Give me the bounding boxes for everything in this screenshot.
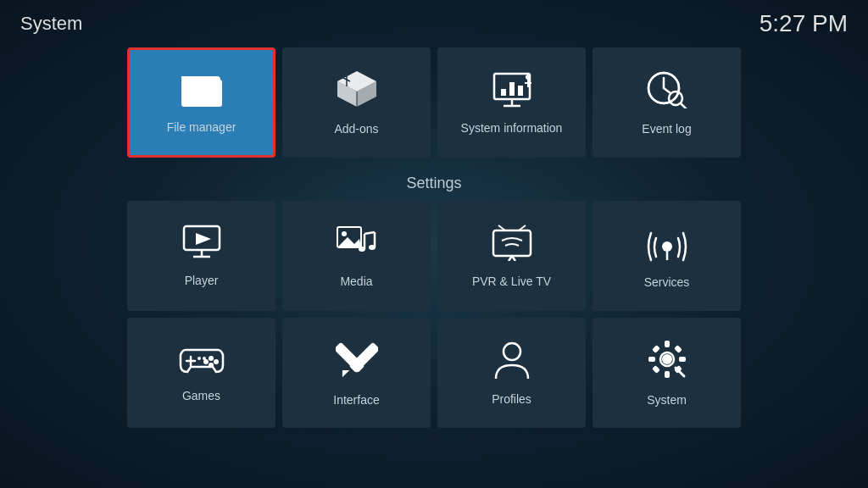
tile-player[interactable]: Player — [127, 201, 275, 311]
tile-label: Event log — [642, 122, 691, 136]
podcast-icon — [646, 223, 688, 267]
page-title: System — [20, 13, 82, 35]
svg-point-64 — [662, 354, 672, 364]
svg-point-54 — [504, 343, 520, 360]
tile-profiles[interactable]: Profiles — [437, 318, 586, 428]
svg-line-22 — [681, 103, 687, 108]
svg-rect-61 — [674, 345, 682, 353]
tile-label: Interface — [333, 393, 379, 407]
top-row: File manager Add-ons — [85, 47, 783, 158]
gamepad-icon — [179, 343, 225, 380]
settings-row-1: Player Media — [85, 201, 783, 311]
tile-label: Player — [185, 274, 219, 287]
tile-services[interactable]: Services — [593, 201, 741, 311]
svg-point-46 — [214, 359, 219, 364]
tile-label: System — [647, 393, 687, 407]
svg-rect-13 — [509, 82, 515, 96]
svg-point-34 — [359, 247, 365, 252]
svg-point-41 — [662, 241, 672, 252]
svg-marker-53 — [338, 367, 349, 378]
svg-point-45 — [209, 356, 214, 361]
clock-search-icon — [645, 69, 689, 114]
svg-rect-57 — [665, 371, 670, 378]
header: System 5:27 PM — [0, 0, 868, 47]
tile-system[interactable]: System — [593, 318, 741, 428]
settings-row-2: Games Interface — [85, 318, 783, 428]
svg-line-32 — [364, 232, 375, 234]
settings-header: Settings — [85, 175, 783, 192]
tile-media[interactable]: Media — [282, 201, 431, 311]
tv-icon — [490, 224, 534, 266]
content: File manager Add-ons — [0, 47, 868, 428]
svg-rect-62 — [652, 365, 660, 374]
tile-label: Games — [182, 389, 220, 402]
box-icon — [336, 69, 378, 114]
tile-interface[interactable]: Interface — [282, 318, 431, 428]
tile-label: Media — [340, 274, 372, 288]
svg-rect-59 — [679, 357, 686, 362]
svg-rect-12 — [501, 89, 506, 96]
tile-label: Services — [644, 275, 690, 289]
svg-point-48 — [209, 363, 214, 368]
svg-point-15 — [526, 75, 531, 80]
tile-pvr-live-tv[interactable]: PVR & Live TV — [437, 201, 586, 311]
person-icon — [492, 340, 531, 384]
folder-icon — [180, 71, 224, 112]
tile-label: File manager — [167, 120, 236, 134]
svg-rect-14 — [518, 86, 523, 96]
svg-line-20 — [664, 88, 670, 93]
chart-icon — [491, 70, 533, 113]
svg-marker-30 — [337, 237, 361, 247]
svg-point-35 — [369, 245, 376, 250]
svg-marker-27 — [196, 233, 211, 245]
tile-games[interactable]: Games — [127, 318, 275, 428]
svg-rect-2 — [181, 83, 222, 107]
svg-rect-60 — [652, 345, 660, 353]
gear-icon — [647, 339, 687, 385]
tile-label: Add-ons — [334, 122, 378, 136]
clock: 5:27 PM — [760, 10, 848, 37]
play-icon — [181, 225, 223, 265]
tile-label: PVR & Live TV — [472, 274, 551, 288]
pen-icon — [336, 339, 378, 385]
media-icon — [336, 224, 378, 266]
tile-add-ons[interactable]: Add-ons — [282, 47, 431, 158]
tile-file-manager[interactable]: File manager — [127, 47, 275, 158]
svg-point-49 — [198, 357, 201, 360]
tile-label: System information — [461, 121, 563, 135]
tile-label: Profiles — [492, 392, 531, 406]
svg-point-29 — [342, 231, 347, 236]
tile-event-log[interactable]: Event log — [593, 47, 741, 158]
svg-point-50 — [203, 357, 206, 360]
tile-system-information[interactable]: System information — [437, 47, 586, 158]
svg-rect-56 — [665, 341, 670, 347]
svg-rect-58 — [648, 357, 655, 362]
